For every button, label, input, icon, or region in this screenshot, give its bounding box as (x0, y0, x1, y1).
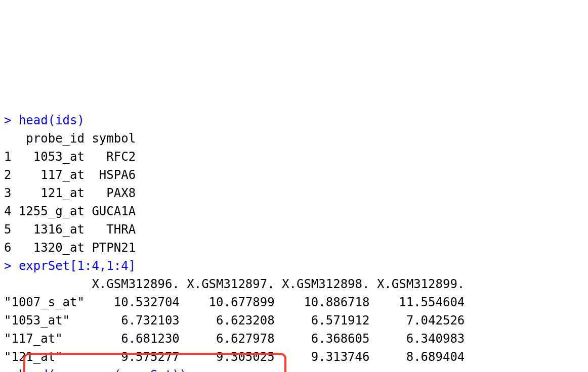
command-text: head(rownames(exprSet)) (19, 368, 187, 372)
output-text: 2 117_at HSPA6 (4, 168, 136, 182)
output-text: "117_at" 6.681230 6.627978 6.368605 6.34… (4, 332, 465, 346)
command-text: head(ids) (19, 113, 85, 127)
console-output-line: "117_at" 6.681230 6.627978 6.368605 6.34… (4, 330, 584, 348)
console-input-line: > head(rownames(exprSet)) (4, 366, 584, 372)
prompt-symbol: > (4, 259, 19, 273)
console-output-line: probe_id symbol (4, 129, 584, 148)
output-text: 1 1053_at RFC2 (4, 150, 136, 164)
output-text: "121_at" 9.575277 9.305025 9.313746 8.68… (4, 350, 465, 364)
console-output-line: "1053_at" 6.732103 6.623208 6.571912 7.0… (4, 311, 584, 330)
console-output-line: 6 1320_at PTPN21 (4, 239, 584, 257)
output-text: 4 1255_g_at GUCA1A (4, 204, 136, 218)
r-console[interactable]: > head(ids) probe_id symbol1 1053_at RFC… (4, 75, 584, 372)
console-output-line: 2 117_at HSPA6 (4, 166, 584, 184)
output-text: 6 1320_at PTPN21 (4, 241, 136, 255)
console-output-line: "1007_s_at" 10.532704 10.677899 10.88671… (4, 293, 584, 311)
output-text: 5 1316_at THRA (4, 222, 136, 237)
prompt-symbol: > (4, 368, 19, 372)
console-input-line: > head(ids) (4, 111, 584, 129)
console-input-line: > exprSet[1:4,1:4] (4, 257, 584, 275)
console-output-line: 1 1053_at RFC2 (4, 148, 584, 166)
console-output-line: "121_at" 9.575277 9.305025 9.313746 8.68… (4, 348, 584, 366)
console-output-line: 4 1255_g_at GUCA1A (4, 202, 584, 220)
output-text: X.GSM312896. X.GSM312897. X.GSM312898. X… (4, 277, 465, 291)
console-output-line: 5 1316_at THRA (4, 220, 584, 239)
output-text: probe_id symbol (4, 131, 136, 146)
command-text: exprSet[1:4,1:4] (19, 259, 136, 273)
prompt-symbol: > (4, 113, 19, 127)
output-text: 3 121_at PAX8 (4, 186, 136, 200)
output-text: "1007_s_at" 10.532704 10.677899 10.88671… (4, 295, 465, 309)
console-output-line: X.GSM312896. X.GSM312897. X.GSM312898. X… (4, 275, 584, 293)
output-text: "1053_at" 6.732103 6.623208 6.571912 7.0… (4, 313, 465, 328)
console-output-line: 3 121_at PAX8 (4, 184, 584, 202)
